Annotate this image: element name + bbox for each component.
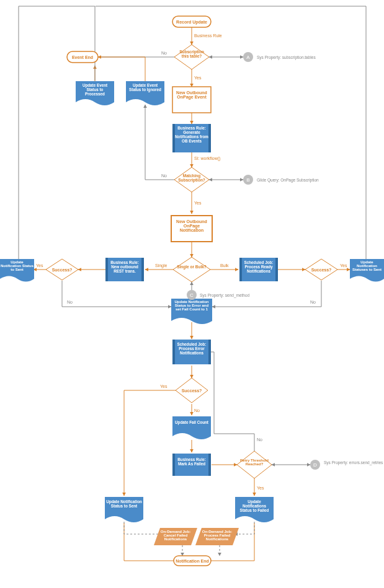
doc-update-sent-2: Update Notification Status to Sent [105,497,143,522]
label-si-workflow: SI: workflow() [194,156,220,161]
svg-text:Sys Property: subscription.tab: Sys Property: subscription.tables [257,55,316,60]
svg-text:Success?: Success? [182,388,202,393]
label-yes: Yes [160,384,167,388]
decision-retry-threshold: Retry Threshold Reached? [237,451,272,478]
label-yes: Yes [194,76,202,80]
label-yes: Yes [340,263,347,268]
doc-update-sent-right: Update Notification Statuses to Sent [350,259,384,282]
svg-text:Event End: Event End [72,55,93,59]
label-yes: Yes [257,486,264,490]
terminator-record-update: Record Update [172,16,211,27]
flowchart-diagram: Business Rule Yes No SI: workflow() Yes … [0,0,384,588]
note-circle-d: D Sys Property: errors.send_retries [310,460,383,470]
svg-text:Success?: Success? [52,268,73,272]
svg-text:Record Update: Record Update [176,20,207,25]
svg-rect-42 [208,124,211,152]
svg-text:Glide Query: OnPage Subscripti: Glide Query: OnPage Subscription [257,178,319,183]
subprocess-br-rest: Business Rule: New outbound REST trans. [105,258,144,281]
svg-rect-48 [275,258,278,281]
subprocess-br-mark-failed: Business Rule: Mark As Failed [172,454,211,476]
note-circle-c: C Sys Property: send_method [187,290,250,300]
process-new-ob-notification: New Outbound OnPage Notification [171,216,212,242]
label-yes: Yes [36,263,43,268]
terminator-event-end: Event End [67,51,98,63]
svg-text:A: A [246,55,250,60]
svg-text:D: D [313,462,317,468]
subprocess-sj-ready: Scheduled Job: Process Ready Notificatio… [239,258,278,281]
label-no: No [161,173,167,178]
svg-text:B: B [246,177,249,183]
svg-rect-54 [208,454,211,476]
note-circle-a: A Sys Property: subscription.tables [243,52,316,62]
subprocess-sj-error: Scheduled Job: Process Error Notificatio… [172,340,211,364]
svg-text:Notification End: Notification End [176,559,209,563]
decision-single-or-bulk: Single or Bulk? [173,257,210,282]
label-single: Single [155,263,167,268]
svg-text:Sys Property: errors.send_retr: Sys Property: errors.send_retries [324,460,383,465]
decision-subscription-table: Subscription this table? [174,45,209,69]
label-no: No [67,300,73,304]
label-business-rule: Business Rule [194,33,222,38]
decision-success-right: Success? [305,259,337,280]
parallelogram-od-cancel: On-Demand Job: Cancel Failed Notificatio… [154,528,197,545]
label-yes: Yes [194,201,202,205]
label-bulk: Bulk [220,263,229,268]
note-circle-b: B Glide Query: OnPage Subscription [243,175,319,185]
label-no: No [161,51,167,55]
process-new-ob-event: New Outbound OnPage Event [172,87,211,113]
decision-success-left: Success? [46,259,78,280]
terminator-notification-end: Notification End [174,556,211,566]
svg-text:Sys Property: send_method: Sys Property: send_method [200,293,250,298]
subprocess-br-generate: Business Rule: Generate Notifications fr… [172,124,211,152]
label-no: No [257,437,262,442]
svg-text:C: C [190,292,194,298]
svg-text:Success?: Success? [311,268,332,272]
svg-rect-45 [141,258,144,281]
parallelogram-od-process: On-Demand Job: Process Failed Notificati… [195,528,239,545]
doc-update-failed: Update Notifications Status to Failed [235,497,274,522]
label-no: No [194,408,200,413]
doc-update-ignored: Update Event Status to Ignored [126,81,164,105]
doc-update-error: Update Notification Status to Error and … [171,299,212,324]
label-no: No [310,300,316,304]
decision-success-3: Success? [176,378,208,403]
svg-rect-51 [208,340,211,364]
doc-update-fail-count: Update Fail Count [172,416,211,439]
decision-matching-subscription: Matching Subscription? [174,167,209,192]
doc-update-sent-left: Update Notification Status to Sent [0,259,34,282]
doc-update-processed: Update Event Status to Processed [76,81,114,105]
